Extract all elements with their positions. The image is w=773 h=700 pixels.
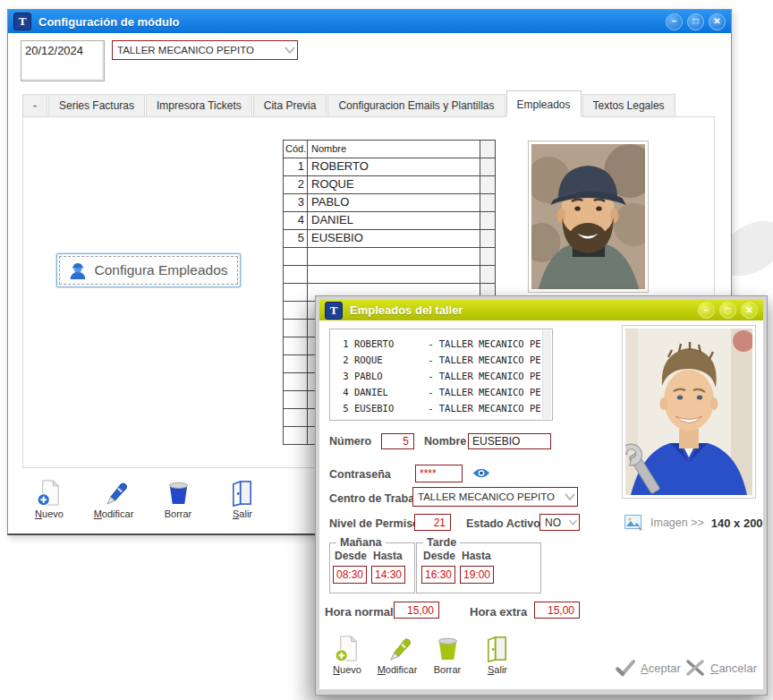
configura-empleados-button[interactable]: Configura Empleados: [56, 253, 241, 287]
close-icon: ✕: [713, 17, 720, 26]
borrar-button[interactable]: Borrar: [427, 635, 468, 675]
col-header-nombre: Nombre: [308, 141, 480, 158]
modificar-button[interactable]: Modificar: [90, 479, 137, 519]
cell-nombre: DANIEL: [308, 212, 480, 229]
pen-icon: [384, 635, 412, 662]
empleados-del-taller-dialog: T Empleados del taller – □ ✕ 1 ROBERTO -…: [315, 295, 768, 696]
tarde-hasta-field[interactable]: 19:00: [460, 566, 494, 584]
table-row[interactable]: 2 ROQUE: [284, 176, 495, 194]
scroll-track[interactable]: [480, 176, 495, 193]
desde-label: Desde: [335, 550, 367, 562]
estado-activo-select[interactable]: NO: [539, 514, 580, 531]
main-window-title: Configuración de módulo: [38, 15, 179, 29]
numero-field[interactable]: 5: [381, 433, 414, 449]
table-row-empty[interactable]: [284, 266, 495, 284]
exit-door-icon: [229, 479, 257, 507]
dialog-titlebar[interactable]: T Empleados del taller – □ ✕: [319, 300, 763, 320]
manana-hasta-field[interactable]: 14:30: [371, 566, 405, 584]
list-scrollbar[interactable]: [542, 330, 551, 419]
employee-photo: [528, 141, 649, 293]
manana-desde-field[interactable]: 08:30: [333, 566, 367, 584]
imagen-upload-control[interactable]: Imagen >> 140 x 200: [624, 515, 763, 531]
maximize-button[interactable]: □: [719, 302, 736, 319]
table-row[interactable]: 5 EUSEBIO: [284, 230, 495, 248]
contrasena-field[interactable]: ****: [415, 465, 463, 482]
nuevo-button[interactable]: Nuevo: [26, 479, 72, 519]
workshop-select[interactable]: TALLER MECANICO PEPITO: [112, 40, 298, 60]
new-document-icon: [334, 635, 361, 662]
close-button[interactable]: ✕: [709, 13, 726, 30]
borrar-label: Borrar: [165, 508, 192, 519]
cell-cod: 2: [284, 176, 308, 193]
maximize-icon: □: [725, 306, 730, 315]
configura-empleados-label: Configura Empleados: [94, 262, 227, 278]
list-item[interactable]: 3 PABLO - TALLER MECANICO PEPI: [337, 368, 541, 384]
nivel-permiso-field[interactable]: 21: [414, 514, 451, 531]
salir-button[interactable]: Salir: [477, 635, 518, 675]
close-button[interactable]: ✕: [741, 302, 758, 319]
table-row[interactable]: 1 ROBERTO: [284, 158, 495, 176]
app-logo-icon: T: [13, 13, 31, 30]
worker-icon: [69, 260, 87, 280]
tab-configuracion-emails[interactable]: Configuracion Emails y Plantillas: [327, 94, 505, 117]
nuevo-button[interactable]: Nuevo: [327, 635, 368, 675]
estado-activo-label: Estado Activo: [466, 517, 540, 530]
borrar-button[interactable]: Borrar: [155, 479, 201, 519]
tarde-group: Tarde Desde Hasta 16:30 19:00: [416, 542, 541, 593]
cancelar-label: Cancelar: [710, 662, 757, 675]
hora-normal-field[interactable]: 15,00: [394, 602, 439, 619]
aceptar-button[interactable]: Aceptar: [615, 659, 681, 677]
cell-cod: 1: [284, 158, 308, 175]
dialog-employee-photo: [622, 325, 756, 499]
hora-normal-label: Hora normal: [325, 605, 394, 619]
cancelar-button[interactable]: Cancelar: [684, 659, 757, 677]
tab-series-facturas[interactable]: Series Facturas: [48, 94, 145, 117]
hora-extra-field[interactable]: 15,00: [534, 602, 580, 619]
nuevo-label: Nuevo: [35, 508, 64, 519]
tab-empleados[interactable]: Empleados: [506, 90, 582, 117]
salir-button[interactable]: Salir: [219, 479, 266, 519]
scroll-track[interactable]: [480, 158, 495, 175]
nombre-label: Nombre: [424, 435, 466, 448]
main-toolbar: Nuevo Modificar Borrar: [26, 479, 266, 519]
list-item[interactable]: 2 ROQUE - TALLER MECANICO PEPI: [337, 352, 541, 368]
cell-nombre: PABLO: [308, 194, 480, 211]
salir-label: Salir: [233, 508, 252, 519]
tarde-desde-field[interactable]: 16:30: [421, 566, 455, 584]
tab-impresora-tickets[interactable]: Impresora Tickets: [146, 94, 252, 117]
exit-door-icon: [484, 635, 512, 662]
table-scrollbar[interactable]: [480, 141, 495, 158]
scroll-track[interactable]: [480, 194, 495, 211]
scroll-track[interactable]: [480, 230, 495, 247]
centro-trabajo-select[interactable]: TALLER MECANICO PEPITO: [412, 487, 578, 507]
table-row-empty[interactable]: [284, 248, 495, 266]
minimize-button[interactable]: –: [666, 13, 683, 30]
manana-group: Mañana Desde Hasta 08:30 14:30: [329, 542, 415, 593]
list-item[interactable]: 1 ROBERTO - TALLER MECANICO PEPI: [337, 336, 541, 352]
cell-nombre: EUSEBIO: [308, 230, 480, 247]
nivel-permiso-label: Nivel de Permiso: [329, 517, 420, 530]
tab-dash[interactable]: -: [22, 94, 47, 117]
tab-cita-previa[interactable]: Cita Previa: [253, 94, 327, 117]
cell-cod: 3: [284, 194, 308, 211]
estado-activo-value: NO: [540, 516, 561, 529]
minimize-button[interactable]: –: [698, 302, 715, 319]
show-password-eye-icon[interactable]: [471, 466, 491, 480]
scroll-track[interactable]: [480, 212, 495, 229]
date-field[interactable]: 20/12/2024: [21, 40, 105, 81]
chevron-down-icon: [283, 46, 297, 55]
main-titlebar[interactable]: T Configuración de módulo – □ ✕: [8, 10, 731, 33]
aceptar-label: Aceptar: [641, 662, 681, 675]
list-item[interactable]: 5 EUSEBIO - TALLER MECANICO PEPI: [337, 400, 541, 416]
new-document-icon: [36, 479, 64, 507]
maximize-button[interactable]: □: [687, 13, 704, 30]
modificar-button[interactable]: Modificar: [377, 635, 418, 675]
list-item[interactable]: 4 DANIEL - TALLER MECANICO PEPI: [337, 384, 541, 400]
employee-listbox[interactable]: 1 ROBERTO - TALLER MECANICO PEPI 2 ROQUE…: [329, 329, 553, 421]
minimize-icon: –: [704, 306, 709, 315]
tab-textos-legales[interactable]: Textos Legales: [582, 94, 675, 117]
nombre-field[interactable]: EUSEBIO: [468, 433, 551, 449]
col-header-cod: Cód.: [284, 141, 308, 158]
table-row[interactable]: 4 DANIEL: [284, 212, 495, 230]
table-row[interactable]: 3 PABLO: [284, 194, 495, 212]
